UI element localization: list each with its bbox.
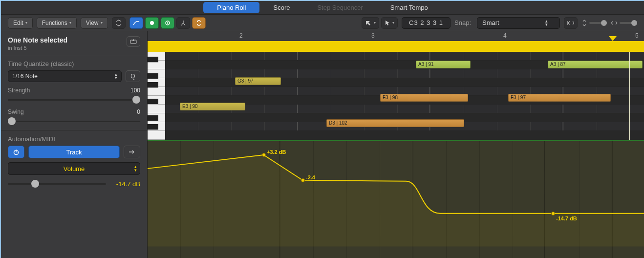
ruler-bar-3: 3 (371, 32, 375, 39)
note-grid[interactable]: A3 | 91A3 | 87G3 | 97F3 | 98F3 | 97E3 | … (165, 52, 644, 140)
midi-note[interactable]: E3 | 90 (180, 103, 245, 110)
tab-piano-roll[interactable]: Piano Roll (203, 2, 259, 13)
midi-out-button[interactable] (161, 17, 174, 29)
curve-icon (133, 20, 140, 26)
snap-select[interactable]: Smart ▴▾ (477, 17, 560, 29)
automation-power-button[interactable] (8, 146, 24, 158)
midi-note[interactable]: D3 | 102 (326, 119, 464, 127)
piano-roll-grid[interactable]: A3 | 91A3 | 87G3 | 97F3 | 98F3 | 97E3 | … (148, 52, 644, 140)
midi-note[interactable]: A3 | 91 (416, 61, 471, 68)
ruler-bar-4: 4 (503, 32, 507, 39)
chevron-down-icon: ▾ (25, 21, 27, 25)
menu-edit[interactable]: Edit▾ (8, 17, 33, 29)
automation-mode-button[interactable]: Track (28, 146, 120, 158)
selection-title: One Note selected (8, 36, 67, 44)
tool-left[interactable]: ▾ (362, 17, 379, 29)
midi-note[interactable]: A3 | 87 (548, 61, 643, 68)
zoom-vert-icon (581, 20, 587, 26)
menu-edit-label: Edit (13, 20, 23, 26)
cycle-icon (128, 149, 136, 155)
catch-button[interactable] (127, 36, 140, 47)
snap-label: Snap: (454, 19, 471, 26)
midi-note[interactable]: F3 | 98 (380, 94, 468, 102)
fit-horiz-button[interactable] (564, 17, 578, 29)
midi-in-icon (149, 20, 155, 26)
midi-thru-button[interactable] (176, 17, 190, 29)
automation-cycle-button[interactable] (124, 146, 140, 158)
menu-view[interactable]: View▾ (81, 17, 108, 29)
quantize-value-label: 1/16 Note (12, 73, 38, 80)
piano-roll-window: Piano Roll Score Step Sequencer Smart Te… (0, 0, 644, 258)
automation-point[interactable] (551, 212, 555, 215)
midi-draw-tool[interactable] (129, 17, 143, 29)
timeline-ruler[interactable]: 2 3 4 5 (148, 31, 644, 52)
updown-icon: ▴▾ (545, 20, 548, 26)
automation-value: -14.7 dB (111, 180, 140, 188)
strength-slider[interactable] (8, 96, 140, 104)
automation-point-label: -2.4 (306, 174, 315, 180)
split-icon (180, 20, 187, 26)
snap-value: Smart (482, 19, 499, 26)
chevron-down-icon: ▾ (374, 21, 376, 25)
pointer-pencil-icon (365, 20, 372, 26)
updown-icon: ▴▾ (134, 165, 137, 172)
expand-horiz-icon (567, 20, 574, 26)
chevron-down-icon: ▾ (392, 21, 394, 25)
svg-point-2 (167, 22, 168, 23)
chevron-down-icon: ▾ (69, 21, 71, 25)
automation-param-select[interactable]: Volume ▴▾ (8, 162, 140, 175)
swing-label: Swing (8, 108, 24, 115)
swing-slider[interactable] (8, 117, 140, 125)
quantize-value-select[interactable]: 1/16 Note ▴▾ (8, 70, 122, 82)
midi-note[interactable]: F3 | 97 (508, 94, 611, 102)
v-zoom-slider[interactable] (589, 22, 607, 24)
position-display[interactable]: C3 2 3 3 1 (402, 17, 451, 29)
editor-tabstrip: Piano Roll Score Step Sequencer Smart Te… (1, 1, 644, 15)
link-icon (195, 20, 202, 26)
tab-step-sequencer: Step Sequencer (303, 2, 376, 13)
collapse-button[interactable] (112, 17, 126, 29)
cycle-region[interactable] (148, 41, 644, 52)
automation-header: Automation/MIDI (8, 135, 140, 143)
piano-keyboard[interactable] (148, 52, 165, 140)
ruler-bar-2: 2 (239, 32, 243, 39)
chevron-down-icon: ▾ (101, 21, 103, 25)
inspector-sidebar: One Note selected in Inst 5 Time Quantiz… (1, 31, 148, 258)
vertical-zoom[interactable] (581, 20, 607, 26)
tool-right[interactable]: ▾ (381, 17, 398, 29)
toolbar: Edit▾ Functions▾ View▾ (1, 15, 644, 31)
tab-smart-tempo[interactable]: Smart Tempo (377, 2, 442, 13)
automation-lane[interactable]: +3.2 dB-2.4-14.7 dB (148, 140, 644, 258)
automation-point[interactable] (301, 178, 305, 182)
midi-out-icon (164, 20, 171, 26)
svg-point-0 (150, 21, 154, 25)
selection-sub: in Inst 5 (8, 45, 67, 51)
playhead-line (612, 140, 612, 258)
strength-value: 100 (130, 87, 140, 94)
playhead-line (629, 52, 630, 140)
menu-functions[interactable]: Functions▾ (37, 17, 77, 29)
menu-view-label: View (86, 20, 99, 26)
midi-note[interactable]: G3 | 97 (235, 77, 281, 85)
automation-param-label: Volume (64, 165, 85, 172)
automation-point-label: +3.2 dB (267, 149, 286, 155)
quantize-header: Time Quantize (classic) (8, 60, 140, 67)
automation-point[interactable] (262, 153, 266, 157)
midi-in-button[interactable] (145, 17, 159, 29)
editor-area: 2 3 4 5 (148, 31, 644, 258)
h-zoom-slider[interactable] (620, 22, 637, 24)
link-button[interactable] (192, 17, 206, 29)
quantize-apply-button[interactable]: Q (126, 70, 140, 82)
horizontal-zoom[interactable] (611, 20, 637, 26)
playhead-handle[interactable] (609, 36, 617, 41)
zoom-horiz-icon (611, 20, 618, 26)
automation-value-slider[interactable] (8, 180, 106, 188)
catch-icon (130, 39, 137, 44)
updown-icon: ▴▾ (115, 73, 117, 80)
tab-score[interactable]: Score (259, 2, 303, 13)
menu-functions-label: Functions (42, 20, 67, 26)
strength-label: Strength (8, 87, 30, 94)
automation-curve (148, 140, 644, 247)
collapse-icon (115, 20, 122, 26)
ruler-bar-5: 5 (635, 32, 639, 39)
